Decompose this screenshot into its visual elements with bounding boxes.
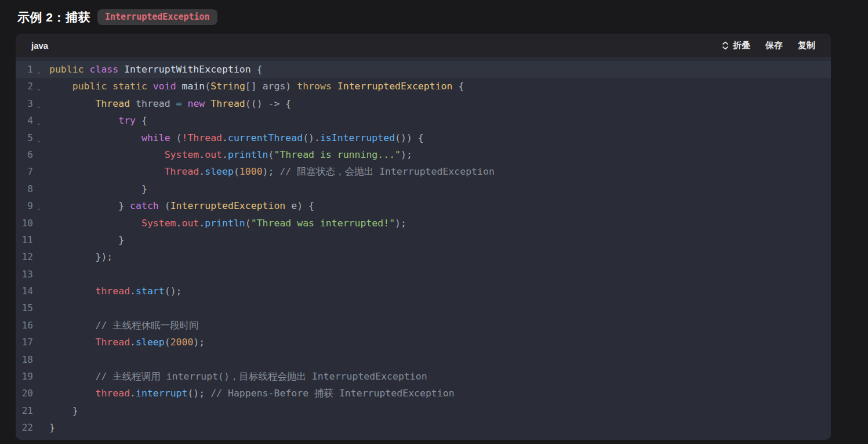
gutter: 13 <box>16 266 43 283</box>
line-number: 16 <box>16 317 33 334</box>
code-text: System.out.println("Thread was interrupt… <box>49 215 406 232</box>
code-line: 7 Thread.sleep(1000); // 阻塞状态，会抛出 Interr… <box>16 163 831 180</box>
line-number: 13 <box>16 266 33 283</box>
collapse-button-label: 折叠 <box>733 40 750 51</box>
code-text: } <box>49 181 147 197</box>
language-label: java <box>31 41 48 50</box>
gutter: 18 <box>16 351 43 368</box>
code-text: System.out.println("Thread is running...… <box>49 146 412 163</box>
code-text: thread.start(); <box>49 283 182 299</box>
page: 示例 2：捕获 InterruptedException java 折叠 保存 <box>0 0 868 440</box>
code-line: 6 System.out.println("Thread is running.… <box>16 146 831 163</box>
code-text: } <box>49 402 78 419</box>
code-line: 2⌄ public static void main(String[] args… <box>16 78 831 95</box>
line-number: 2 <box>16 78 33 95</box>
fold-chevron-icon[interactable]: ⌄ <box>35 114 43 131</box>
line-number: 18 <box>16 351 33 368</box>
line-number: 11 <box>16 232 33 248</box>
gutter: 7 <box>16 163 43 180</box>
line-number: 12 <box>16 248 33 265</box>
copy-button[interactable]: 复制 <box>798 40 815 51</box>
line-number: 7 <box>16 163 33 180</box>
line-number: 19 <box>16 368 33 385</box>
line-number: 3 <box>16 95 33 112</box>
gutter: 2⌄ <box>16 78 43 95</box>
code-line: 15 <box>16 299 831 316</box>
line-number: 17 <box>16 334 33 351</box>
code-line: 10 System.out.println("Thread was interr… <box>16 215 831 232</box>
line-number: 8 <box>16 181 33 197</box>
code-line: 16 // 主线程休眠一段时间 <box>16 317 831 334</box>
line-number: 20 <box>16 385 33 402</box>
code-line: 19 // 主线程调用 interrupt()，目标线程会抛出 Interrup… <box>16 368 831 385</box>
code-line: 1⌄public class InterruptWithException { <box>16 61 831 78</box>
gutter: 14 <box>16 283 43 299</box>
line-number: 22 <box>16 419 33 436</box>
line-number: 10 <box>16 215 33 232</box>
code-text: try { <box>49 112 147 129</box>
fold-chevron-icon[interactable]: ⌄ <box>35 80 43 97</box>
code-line: 22} <box>16 419 831 436</box>
code-text: public class InterruptWithException { <box>49 61 263 78</box>
code-text: }); <box>49 248 112 265</box>
gutter: 15 <box>16 299 43 316</box>
code-text: // 主线程休眠一段时间 <box>49 317 199 334</box>
fold-chevron-icon[interactable]: ⌄ <box>35 132 43 149</box>
gutter: 1⌄ <box>16 61 43 78</box>
fold-chevron-icon[interactable]: ⌄ <box>35 200 43 216</box>
code-line: 20 thread.interrupt(); // Happens-Before… <box>16 385 831 402</box>
gutter: 16 <box>16 317 43 334</box>
code-line: 9⌄ } catch (InterruptedException e) { <box>16 197 831 214</box>
fold-chevron-icon[interactable]: ⌄ <box>35 98 43 114</box>
code-block: java 折叠 保存 复制 <box>16 34 831 440</box>
gutter: 8 <box>16 181 43 197</box>
gutter: 9⌄ <box>16 197 43 214</box>
code-line: 14 thread.start(); <box>16 283 831 299</box>
line-number: 15 <box>16 299 33 316</box>
line-number: 1 <box>16 61 33 78</box>
code-text: Thread thread = new Thread(() -> { <box>49 95 291 112</box>
code-text: Thread.sleep(2000); <box>49 334 205 351</box>
code-line: 5⌄ while (!Thread.currentThread().isInte… <box>16 129 831 146</box>
section-heading: 示例 2：捕获 InterruptedException <box>17 8 868 27</box>
gutter: 21 <box>16 402 43 419</box>
line-number: 5 <box>16 129 33 146</box>
gutter: 17 <box>16 334 43 351</box>
code-text: Thread.sleep(1000); // 阻塞状态，会抛出 Interrup… <box>49 163 495 180</box>
save-button-label: 保存 <box>765 40 783 51</box>
gutter: 22 <box>16 419 43 436</box>
gutter: 6 <box>16 146 43 163</box>
unfold-vertical-icon <box>722 41 729 50</box>
line-number: 4 <box>16 112 33 129</box>
code-line: 3⌄ Thread thread = new Thread(() -> { <box>16 95 831 112</box>
inline-code-badge: InterruptedException <box>97 9 217 25</box>
line-number: 14 <box>16 283 33 299</box>
code-text: thread.interrupt(); // Happens-Before 捕获… <box>49 385 455 402</box>
copy-button-label: 复制 <box>798 40 815 51</box>
code-lines: 1⌄public class InterruptWithException {2… <box>16 57 831 440</box>
line-number: 9 <box>16 197 33 214</box>
code-line: 13 <box>16 266 831 283</box>
gutter: 5⌄ <box>16 129 43 146</box>
code-text: // 主线程调用 interrupt()，目标线程会抛出 Interrupted… <box>49 368 427 385</box>
collapse-button[interactable]: 折叠 <box>722 40 750 51</box>
save-button[interactable]: 保存 <box>765 40 783 51</box>
code-text: public static void main(String[] args) t… <box>49 78 464 95</box>
code-block-header: java 折叠 保存 复制 <box>16 34 831 57</box>
gutter: 3⌄ <box>16 95 43 112</box>
code-line: 17 Thread.sleep(2000); <box>16 334 831 351</box>
code-line: 11 } <box>16 232 831 248</box>
gutter: 19 <box>16 368 43 385</box>
gutter: 20 <box>16 385 43 402</box>
code-text: while (!Thread.currentThread().isInterru… <box>49 129 424 146</box>
fold-chevron-icon[interactable]: ⌄ <box>35 63 43 80</box>
code-toolbar: 折叠 保存 复制 <box>722 40 815 51</box>
code-line: 8 } <box>16 181 831 197</box>
code-text: } <box>49 419 55 436</box>
code-text: } <box>49 232 124 248</box>
code-line: 4⌄ try { <box>16 112 831 129</box>
code-line: 21 } <box>16 402 831 419</box>
gutter: 11 <box>16 232 43 248</box>
code-line: 18 <box>16 351 831 368</box>
line-number: 21 <box>16 402 33 419</box>
